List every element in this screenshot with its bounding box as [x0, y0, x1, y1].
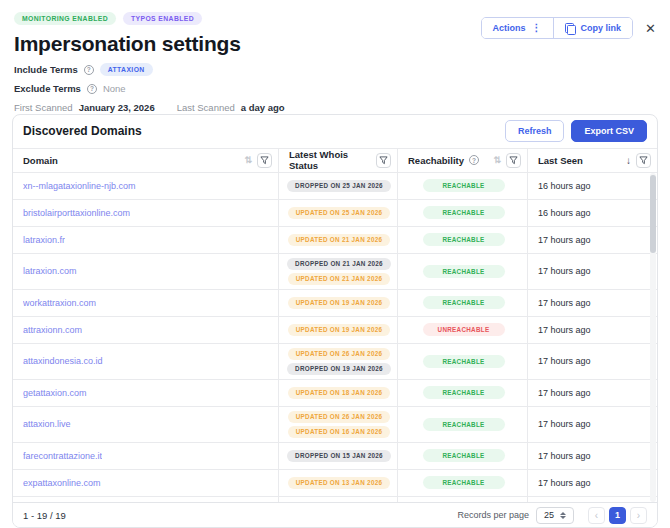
whois-cell: UPDATED ON 21 JAN 2026 [279, 227, 398, 253]
last-scanned-value: a day ago [241, 102, 285, 113]
whois-cell: UPDATED ON 19 JAN 2026 [279, 290, 398, 316]
reachability-cell: REACHABLE [398, 173, 528, 199]
reachability-cell: REACHABLE [398, 227, 528, 253]
whois-cell: UPDATED ON 19 JAN 2026 [279, 317, 398, 343]
help-icon[interactable]: ? [87, 84, 97, 94]
last-scanned-label: Last Scanned [177, 102, 235, 113]
table-row: farecontrattazione.itDROPPED ON 15 JAN 2… [13, 443, 657, 470]
whois-status-badge: UPDATED ON 26 JAN 2026 [288, 348, 391, 360]
column-header-domain[interactable]: Domain ⇅ [13, 149, 279, 172]
filter-icon[interactable] [257, 153, 272, 168]
refresh-button[interactable]: Refresh [505, 120, 565, 142]
last-seen-text: 16 hours ago [538, 208, 591, 218]
reachability-badge: UNREACHABLE [423, 323, 505, 336]
table-body: xn--mlagataxionline-njb.comDROPPED ON 25… [13, 173, 657, 502]
record-range: 1 - 19 / 19 [23, 510, 66, 521]
domain-cell: workattraxion.com [13, 290, 279, 316]
domain-link[interactable]: latraxion.fr [23, 235, 65, 245]
domain-link[interactable]: latraxion.com [23, 266, 77, 276]
page-header: MONITORING ENABLED TYPOS ENABLED Actions… [0, 0, 670, 113]
actions-button[interactable]: Actions ⋮ [482, 18, 553, 38]
last-seen-cell: 17 hours ago [528, 380, 657, 406]
reachability-cell: REACHABLE [398, 407, 528, 442]
whois-cell: UPDATED ON 26 JAN 2026UPDATED ON 16 JAN … [279, 407, 398, 442]
reachability-cell: REACHABLE [398, 380, 528, 406]
table-footer: 1 - 19 / 19 Records per page 25 ‹ 1 › [13, 502, 657, 527]
whois-status-badge: UPDATED ON 21 JAN 2026 [288, 234, 391, 246]
table-row: bristolairporttaxionline.comUPDATED ON 2… [13, 200, 657, 227]
stepper-icon [560, 512, 566, 519]
table-row: attaxion.liveUPDATED ON 26 JAN 2026UPDAT… [13, 407, 657, 443]
help-icon[interactable]: ? [469, 155, 479, 165]
card-header: Discovered Domains Refresh Export CSV [13, 115, 657, 148]
last-seen-text: 16 hours ago [538, 181, 591, 191]
last-seen-cell: 17 hours ago [528, 290, 657, 316]
last-seen-text: 17 hours ago [538, 235, 591, 245]
domain-link[interactable]: attaxion.live [23, 419, 71, 429]
table-row: getattaxion.comUPDATED ON 18 JAN 2026REA… [13, 380, 657, 407]
table-row: workattraxion.comUPDATED ON 19 JAN 2026R… [13, 290, 657, 317]
records-per-page-label: Records per page [457, 510, 529, 520]
next-page-button[interactable]: › [630, 507, 647, 524]
table-row: expattaxonline.comUPDATED ON 13 JAN 2026… [13, 470, 657, 497]
domain-cell: latraxion.com [13, 254, 279, 289]
column-header-whois[interactable]: Latest Whois Status [279, 149, 398, 172]
sort-descending-icon[interactable]: ↓ [626, 155, 631, 166]
sort-icon[interactable]: ⇅ [493, 155, 501, 165]
sort-icon[interactable]: ⇅ [244, 155, 252, 165]
filter-icon[interactable] [506, 153, 521, 168]
column-header-last-seen[interactable]: Last Seen ↓ [528, 149, 657, 172]
last-seen-cell: 17 hours ago [528, 407, 657, 442]
last-seen-cell: 17 hours ago [528, 317, 657, 343]
actions-button-label: Actions [493, 23, 526, 33]
first-scanned-value: January 23, 2026 [79, 102, 155, 113]
domain-link[interactable]: farecontrattazione.it [23, 451, 102, 461]
column-header-reachability[interactable]: Reachability ? ⇅ [398, 149, 528, 172]
scan-info-row: First Scanned January 23, 2026 Last Scan… [14, 102, 656, 113]
reachability-cell: REACHABLE [398, 254, 528, 289]
whois-status-badge: UPDATED ON 25 JAN 2026 [288, 207, 391, 219]
page-1-button[interactable]: 1 [609, 507, 626, 524]
scrollbar-thumb[interactable] [650, 175, 656, 253]
last-seen-cell: 16 hours ago [528, 200, 657, 226]
domain-link[interactable]: workattraxion.com [23, 298, 96, 308]
whois-status-badge: UPDATED ON 19 JAN 2026 [288, 297, 391, 309]
last-seen-text: 17 hours ago [538, 451, 591, 461]
domain-link[interactable]: bristolairporttaxionline.com [23, 208, 130, 218]
domain-cell: getattaxion.com [13, 380, 279, 406]
reachability-badge: REACHABLE [423, 233, 505, 246]
close-icon[interactable]: ✕ [643, 20, 658, 37]
help-icon[interactable]: ? [84, 65, 94, 75]
whois-cell: DROPPED ON 25 JAN 2026 [279, 173, 398, 199]
reachability-badge: REACHABLE [423, 418, 505, 431]
prev-page-button[interactable]: ‹ [588, 507, 605, 524]
export-csv-button[interactable]: Export CSV [571, 120, 647, 142]
copy-link-button[interactable]: Copy link [553, 18, 633, 38]
last-seen-text: 17 hours ago [538, 298, 591, 308]
filter-icon[interactable] [636, 153, 651, 168]
table-row-partial [13, 497, 657, 502]
records-per-page-select[interactable]: 25 [536, 507, 574, 524]
domain-cell: bristolairporttaxionline.com [13, 200, 279, 226]
include-term-badge: ATTAXION [100, 63, 153, 76]
domain-link[interactable]: getattaxion.com [23, 388, 87, 398]
monitoring-enabled-badge: MONITORING ENABLED [14, 12, 116, 25]
domain-cell: farecontrattazione.it [13, 443, 279, 469]
reachability-badge: REACHABLE [423, 476, 505, 489]
domain-link[interactable]: expattaxonline.com [23, 478, 101, 488]
last-seen-cell: 17 hours ago [528, 470, 657, 496]
whois-status-badge: DROPPED ON 19 JAN 2026 [287, 363, 391, 375]
column-label: Latest Whois Status [289, 149, 376, 171]
filter-icon[interactable] [376, 153, 391, 168]
whois-status-badge: DROPPED ON 25 JAN 2026 [287, 180, 391, 192]
reachability-badge: REACHABLE [423, 355, 505, 368]
domain-link[interactable]: attaxindonesia.co.id [23, 356, 103, 366]
kebab-menu-icon: ⋮ [532, 23, 542, 33]
domain-link[interactable]: xn--mlagataxionline-njb.com [23, 181, 136, 191]
domain-link[interactable]: attraxionn.com [23, 325, 82, 335]
whois-cell: DROPPED ON 15 JAN 2026 [279, 443, 398, 469]
include-terms-row: Include Terms ? ATTAXION [14, 63, 656, 76]
last-seen-cell: 17 hours ago [528, 344, 657, 379]
typos-enabled-badge: TYPOS ENABLED [123, 12, 202, 25]
exclude-terms-label: Exclude Terms [14, 83, 81, 94]
